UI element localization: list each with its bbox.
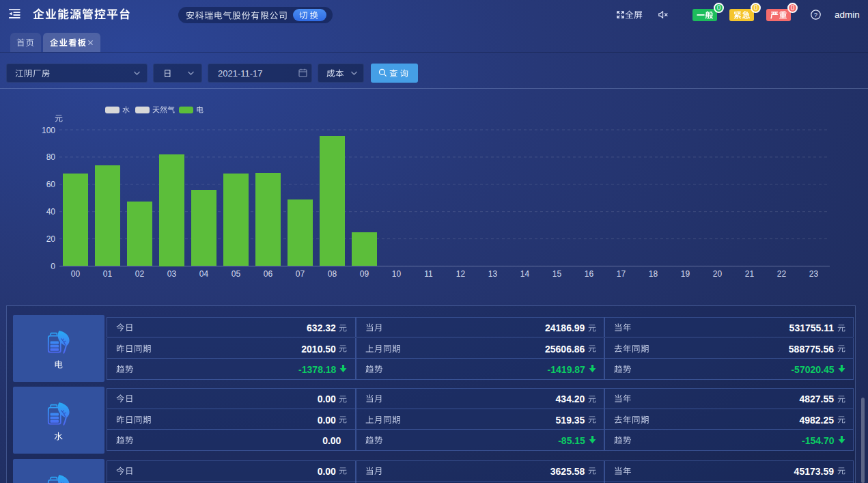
svg-text:?: ?	[814, 11, 817, 18]
